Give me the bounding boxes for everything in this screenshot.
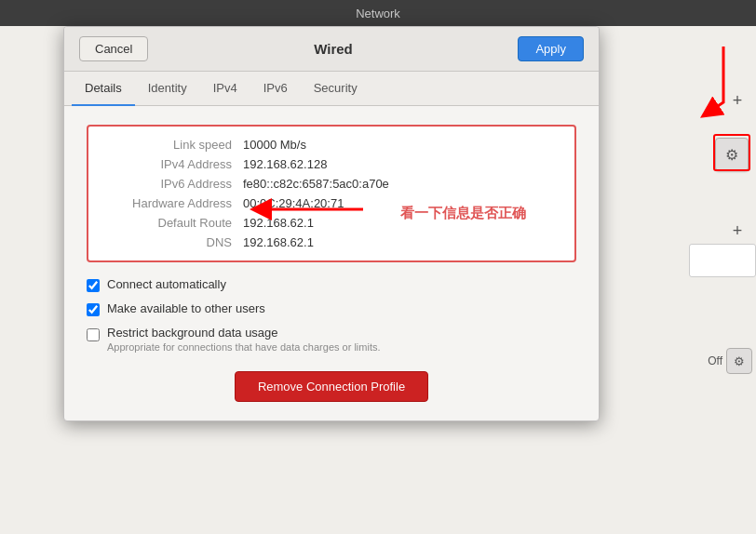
default-route-label: Default Route bbox=[103, 216, 243, 230]
ipv4-address-row: IPv4 Address 192.168.62.128 bbox=[103, 157, 560, 171]
connect-auto-label: Connect automatically bbox=[107, 277, 226, 291]
restrict-bg-row: Restrict background data usage Appropria… bbox=[87, 326, 576, 353]
apply-button[interactable]: Apply bbox=[518, 36, 584, 61]
ipv6-address-label: IPv6 Address bbox=[103, 177, 243, 191]
dns-value: 192.168.62.1 bbox=[243, 235, 314, 249]
link-speed-row: Link speed 10000 Mb/s bbox=[103, 138, 560, 152]
gear-icon: ⚙ bbox=[725, 146, 738, 164]
input-right[interactable] bbox=[689, 244, 756, 277]
gear-icon-2: ⚙ bbox=[734, 354, 745, 368]
restrict-bg-sublabel: Appropriate for connections that have da… bbox=[107, 341, 381, 353]
make-available-checkbox[interactable] bbox=[87, 303, 100, 316]
restrict-bg-label: Restrict background data usage bbox=[107, 326, 278, 340]
ipv4-address-value: 192.168.62.128 bbox=[243, 157, 327, 171]
dialog-title: Wired bbox=[314, 41, 353, 57]
gear-button-right2[interactable]: ⚙ bbox=[726, 348, 752, 374]
add-button-middle[interactable]: + bbox=[728, 221, 747, 240]
make-available-label: Make available to other users bbox=[107, 301, 265, 315]
restrict-bg-text: Restrict background data usage Appropria… bbox=[107, 326, 381, 353]
link-speed-value: 10000 Mb/s bbox=[243, 138, 306, 152]
connect-auto-row: Connect automatically bbox=[87, 277, 576, 292]
dialog-header: Cancel Wired Apply bbox=[64, 27, 599, 72]
ipv6-address-row: IPv6 Address fe80::c82c:6587:5ac0:a70e bbox=[103, 177, 560, 191]
add-button-top[interactable]: + bbox=[728, 91, 747, 110]
dns-row: DNS 192.168.62.1 bbox=[103, 235, 560, 249]
restrict-bg-checkbox[interactable] bbox=[87, 328, 100, 341]
hardware-address-value: 00:0C:29:4A:20:71 bbox=[243, 196, 344, 210]
connect-auto-checkbox[interactable] bbox=[87, 279, 100, 292]
ipv4-address-label: IPv4 Address bbox=[103, 157, 243, 171]
top-bar-title: Network bbox=[356, 7, 400, 20]
hardware-address-label: Hardware Address bbox=[103, 196, 243, 210]
dns-label: DNS bbox=[103, 235, 243, 249]
tabs-bar: Details Identity IPv4 IPv6 Security bbox=[64, 72, 599, 106]
tab-ipv6[interactable]: IPv6 bbox=[250, 72, 301, 106]
make-available-row: Make available to other users bbox=[87, 301, 576, 316]
off-label: Off bbox=[708, 354, 722, 367]
gear-button-right[interactable]: ⚙ bbox=[715, 138, 749, 171]
default-route-value: 192.168.62.1 bbox=[243, 216, 314, 230]
remove-connection-button[interactable]: Remove Connection Profile bbox=[235, 371, 428, 402]
right-panel: + ⚙ + Off ⚙ bbox=[682, 26, 756, 534]
top-bar: Network bbox=[0, 0, 756, 26]
tab-ipv4[interactable]: IPv4 bbox=[200, 72, 250, 106]
tab-details[interactable]: Details bbox=[72, 72, 135, 106]
off-toggle-area: Off ⚙ bbox=[708, 348, 752, 374]
wired-dialog: Cancel Wired Apply Details Identity IPv4… bbox=[63, 26, 600, 421]
hardware-address-row: Hardware Address 00:0C:29:4A:20:71 bbox=[103, 196, 560, 210]
ipv6-address-value: fe80::c82c:6587:5ac0:a70e bbox=[243, 177, 389, 191]
link-speed-label: Link speed bbox=[103, 138, 243, 152]
cancel-button[interactable]: Cancel bbox=[79, 36, 148, 61]
tab-identity[interactable]: Identity bbox=[135, 72, 200, 106]
dialog-content: Link speed 10000 Mb/s IPv4 Address 192.1… bbox=[64, 106, 599, 421]
info-box: Link speed 10000 Mb/s IPv4 Address 192.1… bbox=[87, 125, 576, 262]
default-route-row: Default Route 192.168.62.1 bbox=[103, 216, 560, 230]
tab-security[interactable]: Security bbox=[301, 72, 371, 106]
